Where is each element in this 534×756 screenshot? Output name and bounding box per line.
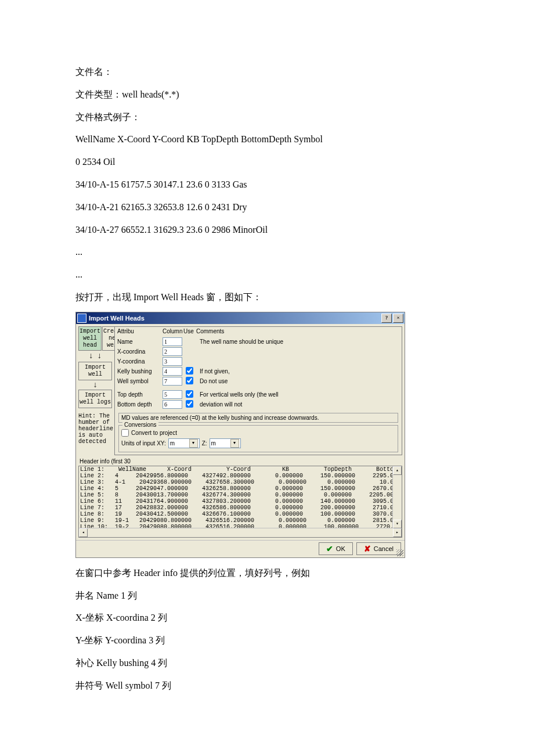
para-col-y: Y-坐标 Y-coordina 3 列 [75, 632, 459, 649]
column-input[interactable] [163, 390, 182, 399]
attr-row-ycoord: Y-coordina [117, 357, 399, 366]
attribute-header: Attribu Column Use Comments [117, 328, 399, 334]
attr-comment: The well name should be unique [199, 339, 399, 345]
arrow-down-icon: ↓ [78, 381, 112, 388]
attr-comment: If not given, [199, 368, 399, 375]
para-instruction: 在窗口中参考 Header info 提供的列位置，填好列号，例如 [75, 565, 459, 582]
conversions-legend: Conversions [122, 422, 158, 428]
resize-grip-icon[interactable] [396, 549, 403, 556]
para-dots-2: ... [75, 267, 459, 283]
left-column: Import well head Create new well ↓ ↓ Imp… [77, 325, 113, 446]
column-input[interactable] [163, 337, 182, 346]
attr-comment: For vertical wells only (the well [199, 391, 399, 398]
scroll-down-icon[interactable]: ▾ [393, 520, 402, 528]
para-col-symbol: 井符号 Well symbol 7 列 [75, 678, 459, 694]
column-input[interactable] [163, 367, 182, 376]
para-format-ex: 文件格式例子： [75, 109, 459, 126]
convert-to-project-checkbox[interactable] [121, 429, 129, 437]
close-icon: ✘ [364, 544, 371, 553]
attr-row-xcoord: X-coordina [117, 347, 399, 357]
attr-label: X-coordina [117, 348, 163, 355]
column-input[interactable] [163, 400, 182, 409]
app-icon [77, 314, 86, 323]
scroll-left-icon[interactable]: ◂ [79, 528, 88, 537]
import-well-logs-button[interactable]: Import well logs [78, 390, 112, 408]
attr-label: Y-coordina [117, 358, 163, 365]
column-input[interactable] [163, 357, 182, 366]
arrow-down-icon: ↓ [97, 352, 102, 359]
para-filetype: 文件类型：well heads(*.*) [75, 87, 459, 103]
chevron-down-icon: ▾ [189, 439, 198, 448]
cancel-button[interactable]: ✘ Cancel [356, 542, 401, 555]
button-bar: ✔ OK ✘ Cancel [76, 540, 405, 557]
scroll-right-icon[interactable]: ▸ [393, 528, 402, 537]
md-reference-note: MD values are referenced (=0) at the kel… [118, 413, 398, 423]
attr-comment: deviation will not [199, 401, 399, 408]
units-label: Units of input XY: [121, 440, 166, 447]
column-input[interactable] [163, 377, 182, 386]
horizontal-scrollbar[interactable]: ◂ ▸ [79, 528, 402, 537]
para-row-3: 34/10-A-27 66552.1 31629.3 23.6 0 2986 M… [75, 222, 459, 239]
use-checkbox[interactable] [186, 367, 193, 375]
use-checkbox[interactable] [186, 390, 193, 398]
para-col-x: X-坐标 X-coordina 2 列 [75, 610, 459, 627]
z-unit-select[interactable]: m▾ [210, 438, 241, 448]
xy-unit-select[interactable]: m▾ [168, 438, 200, 448]
convert-to-project-label: Convert to project [131, 430, 177, 436]
attr-row-name: Name The well name should be unique [117, 337, 399, 347]
attr-label: Name [117, 339, 163, 345]
header-info-label: Header info (first 30 [77, 456, 403, 466]
hint-text: Hint: The humber of headerline is auto d… [78, 413, 112, 445]
conversions-group: Conversions Convert to project Units of … [118, 425, 398, 452]
para-dots-1: ... [75, 244, 459, 261]
ok-button[interactable]: ✔ OK [319, 542, 353, 555]
arrow-down-icon: ↓ [89, 352, 93, 359]
attr-row-bottomdepth: Bottom depth deviation will not [117, 399, 399, 409]
para-header-line: WellName X-Coord Y-Coord KB TopDepth Bot… [75, 131, 459, 148]
attr-comment: Do not use [199, 378, 399, 384]
attr-label: Top depth [117, 391, 163, 398]
z-label: Z: [202, 440, 207, 447]
titlebar[interactable]: Import Well Heads ? × [76, 312, 405, 324]
para-row-0: 0 2534 Oil [75, 154, 459, 171]
header-info-listbox[interactable]: Line 1: WellName X-Coord Y-Coord KB TopD… [78, 466, 402, 538]
para-open: 按打开，出现 Import Well Heads 窗，图如下： [75, 289, 459, 306]
close-button[interactable]: × [393, 314, 403, 323]
para-row-1: 34/10-A-15 61757.5 30147.1 23.6 0 3133 G… [75, 177, 459, 193]
para-col-name: 井名 Name 1 列 [75, 588, 459, 604]
attr-label: Kelly bushing [117, 368, 163, 375]
scroll-up-icon[interactable]: ▴ [393, 466, 402, 475]
chevron-down-icon: ▾ [230, 439, 239, 448]
attr-row-symbol: Well symbol Do not use [117, 376, 399, 386]
para-filename: 文件名： [75, 64, 459, 81]
column-input[interactable] [163, 347, 182, 356]
para-col-kb: 补心 Kelly bushing 4 列 [75, 655, 459, 672]
header-info-content: Line 1: WellName X-Coord Y-Coord KB TopD… [79, 466, 402, 528]
tab-import-well-head[interactable]: Import well head [78, 326, 102, 351]
use-checkbox[interactable] [186, 400, 193, 408]
attr-label: Bottom depth [117, 401, 163, 408]
dialog-title: Import Well Heads [89, 315, 380, 322]
para-row-2: 34/10-A-21 62165.3 32653.8 12.6 0 2431 D… [75, 199, 459, 216]
import-well-heads-dialog: Import Well Heads ? × Import well head C… [75, 312, 405, 558]
import-well-button[interactable]: Import well [78, 362, 112, 380]
check-icon: ✔ [326, 544, 333, 553]
use-checkbox[interactable] [186, 377, 193, 384]
help-button[interactable]: ? [381, 314, 392, 323]
attr-row-kb: Kelly bushing If not given, [117, 366, 399, 376]
vertical-scrollbar[interactable]: ▴ ▾ [392, 466, 402, 528]
attr-row-topdepth: Top depth For vertical wells only (the w… [117, 390, 399, 399]
attr-label: Well symbol [117, 378, 163, 384]
